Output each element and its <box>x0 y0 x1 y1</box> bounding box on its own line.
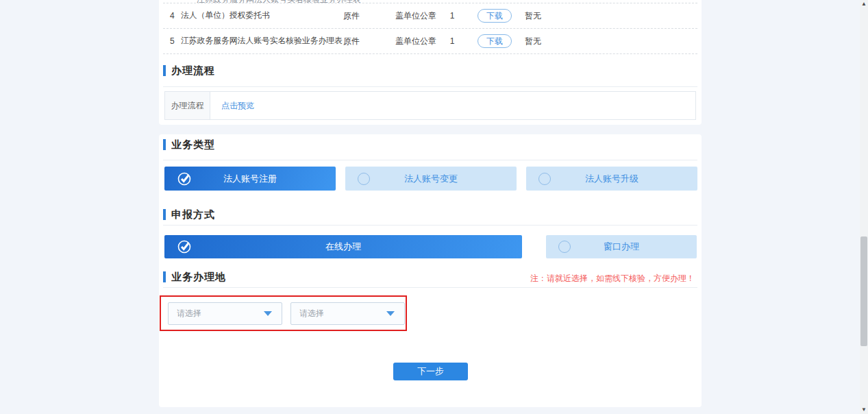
divider <box>163 160 697 160</box>
scroll-up-icon[interactable]: ▲ <box>860 0 868 8</box>
divider <box>163 225 697 226</box>
business-type-heading: 业务类型 <box>163 138 215 151</box>
section-title: 业务类型 <box>171 138 215 151</box>
heading-accent-bar <box>163 139 166 150</box>
process-section-heading: 办理流程 <box>163 64 215 77</box>
table-row: 4 法人（单位）授权委托书 原件 盖单位公章 1 下载 暂无 <box>163 3 697 29</box>
region-select-province[interactable]: 请选择 <box>168 302 282 325</box>
row-doc-type: 原件 <box>343 10 360 22</box>
row-doc-name: 江苏政务服务网法人账号实名核验业务办理表 <box>181 36 343 47</box>
divider <box>163 86 697 87</box>
row-status: 暂无 <box>525 10 541 22</box>
form-card: 业务类型 法人账号注册 法人账号变更 法人账号升级 申报方式 <box>159 134 702 407</box>
scroll-down-icon[interactable]: ▼ <box>860 406 868 414</box>
row-doc-type: 原件 <box>343 36 360 47</box>
location-note: 注：请就近选择，如需线下核验，方便办理！ <box>530 273 695 284</box>
option-label: 在线办理 <box>325 241 361 253</box>
download-button[interactable]: 下载 <box>478 34 512 48</box>
vertical-scrollbar[interactable]: ▲ ▼ <box>860 0 868 414</box>
section-title: 办理流程 <box>171 64 215 77</box>
preview-link[interactable]: 点击预览 <box>210 92 695 119</box>
region-select-city[interactable]: 请选择 <box>290 302 405 325</box>
documents-table: 江苏政务服务网法人账号实名核验业务办理表 4 法人（单位）授权委托书 原件 盖单… <box>163 0 697 54</box>
process-flow-row: 办理流程 点击预览 <box>164 91 696 120</box>
chevron-down-icon <box>264 311 272 316</box>
option-label: 窗口办理 <box>604 241 639 253</box>
heading-accent-bar <box>163 65 166 76</box>
option-corp-account-upgrade[interactable]: 法人账号升级 <box>526 167 697 191</box>
radio-circle-icon <box>358 173 370 185</box>
row-status: 暂无 <box>525 36 541 47</box>
download-button[interactable]: 下载 <box>478 9 512 23</box>
option-corp-account-change[interactable]: 法人账号变更 <box>345 167 517 191</box>
select-placeholder: 请选择 <box>169 308 264 319</box>
radio-circle-icon <box>558 241 571 253</box>
section-title: 业务办理地 <box>171 271 226 284</box>
process-flow-label: 办理流程 <box>165 92 210 119</box>
row-doc-requirement: 盖单位公章 <box>395 10 436 22</box>
option-online-processing[interactable]: 在线办理 <box>164 235 522 258</box>
heading-accent-bar <box>163 271 166 282</box>
option-label: 法人账号升级 <box>585 173 638 185</box>
row-doc-count: 1 <box>450 11 455 21</box>
row-doc-name: 法人（单位）授权委托书 <box>181 10 270 21</box>
select-placeholder: 请选择 <box>291 308 386 319</box>
row-doc-count: 1 <box>450 36 455 46</box>
page: 江苏政务服务网法人账号实名核验业务办理表 4 法人（单位）授权委托书 原件 盖单… <box>0 0 868 414</box>
next-step-button[interactable]: 下一步 <box>393 363 468 380</box>
row-seq: 5 <box>170 36 175 46</box>
check-circle-icon <box>177 239 192 254</box>
chevron-down-icon <box>386 311 395 316</box>
check-circle-icon <box>177 171 192 186</box>
option-label: 法人账号变更 <box>404 173 458 185</box>
option-corp-account-register[interactable]: 法人账号注册 <box>164 167 336 191</box>
declare-method-heading: 申报方式 <box>163 208 215 221</box>
option-label: 法人账号注册 <box>223 173 277 185</box>
option-counter-processing[interactable]: 窗口办理 <box>546 235 697 258</box>
table-row: 5 江苏政务服务网法人账号实名核验业务办理表 原件 盖单位公章 1 下载 暂无 <box>163 29 697 54</box>
documents-card: 江苏政务服务网法人账号实名核验业务办理表 4 法人（单位）授权委托书 原件 盖单… <box>159 0 702 125</box>
row-seq: 4 <box>170 11 175 21</box>
location-heading: 业务办理地 <box>163 271 226 283</box>
divider <box>163 287 697 288</box>
section-title: 申报方式 <box>171 208 215 221</box>
scrollbar-thumb[interactable] <box>860 236 867 346</box>
radio-circle-icon <box>538 173 551 185</box>
heading-accent-bar <box>163 209 166 220</box>
row-doc-requirement: 盖单位公章 <box>395 36 436 47</box>
